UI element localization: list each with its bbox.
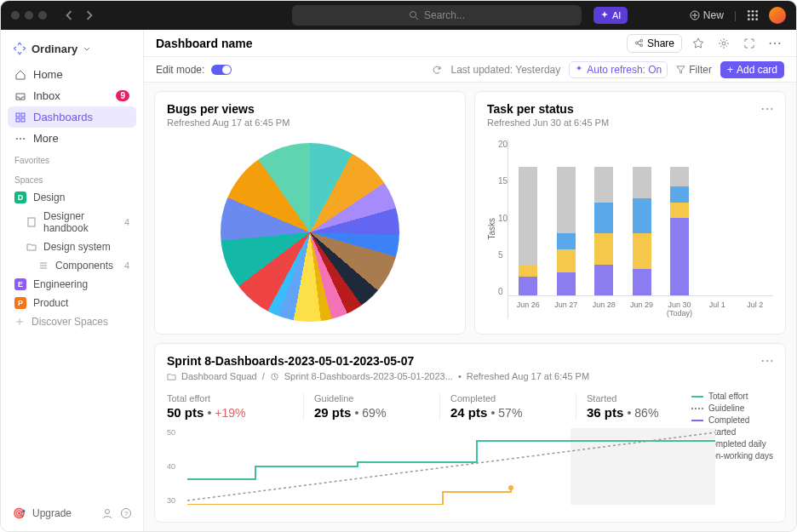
y-axis-label: Tasks <box>487 218 496 240</box>
cards-area: Bugs per views Refreshed Aug 17 at 6:45 … <box>144 83 796 531</box>
stat-value: 50 pts <box>167 405 204 420</box>
page-design-system[interactable]: Design system <box>8 237 136 256</box>
page-components[interactable]: Components 4 <box>8 256 136 275</box>
back-button[interactable] <box>60 7 77 24</box>
bars: Jun 26Jun 27Jun 28Jun 29Jun 30(Today)Jul… <box>507 140 773 318</box>
card-subtitle: Refreshed Aug 17 at 6:45 PM <box>167 117 453 128</box>
stat-total: Total effort 50 pts • +19% <box>167 393 303 420</box>
workspace-switcher[interactable]: Ordinary <box>8 38 136 64</box>
space-product[interactable]: P Product <box>8 294 136 312</box>
stats-row: Total effort 50 pts • +19% Guideline 29 … <box>167 393 773 420</box>
svg-point-2 <box>748 10 750 13</box>
page-count: 4 <box>124 260 129 271</box>
card-task-per-status: ⋯ Task per status Refreshed Jun 30 at 6:… <box>474 91 786 335</box>
card-subtitle: Refreshed Jun 30 at 6:45 PM <box>487 117 773 128</box>
page-title: Dashboard name <box>156 37 253 50</box>
page-designer-handbook[interactable]: Designer handbook 4 <box>8 207 136 237</box>
card-title: Bugs per views <box>167 102 453 116</box>
filter-label: Filter <box>689 64 712 76</box>
card-menu-button[interactable]: ⋯ <box>760 100 775 117</box>
edit-mode-toggle[interactable] <box>211 65 232 75</box>
sparkle-icon <box>600 11 609 20</box>
share-button[interactable]: Share <box>627 34 682 53</box>
settings-button[interactable] <box>714 34 733 53</box>
sidebar-item-home[interactable]: Home <box>8 64 136 85</box>
star-button[interactable] <box>689 34 708 53</box>
card-menu-button[interactable]: ⋯ <box>760 352 775 369</box>
apps-icon[interactable] <box>747 9 759 21</box>
page-count: 4 <box>124 217 129 227</box>
page-label: Design system <box>43 241 111 253</box>
svg-point-10 <box>755 18 758 20</box>
more-button[interactable]: ⋯ <box>765 34 784 53</box>
svg-point-9 <box>752 18 754 20</box>
window-controls <box>11 11 47 20</box>
filter-icon <box>676 65 685 74</box>
non-working-area <box>571 428 715 505</box>
close-dot[interactable] <box>11 11 20 20</box>
started-point <box>508 485 513 490</box>
sidebar-item-dashboards[interactable]: Dashboards <box>8 106 136 128</box>
sidebar-item-inbox[interactable]: Inbox 9 <box>8 85 136 106</box>
help-icon[interactable]: ? <box>120 507 132 519</box>
page-label: Designer handbook <box>43 210 118 234</box>
stat-value: 36 pts <box>587 405 623 420</box>
search-placeholder: Search... <box>424 9 465 21</box>
inbox-icon <box>14 90 26 102</box>
sidebar: Ordinary Home Inbox 9 Dashboards More Fa… <box>1 30 144 531</box>
ai-button[interactable]: AI <box>593 7 628 24</box>
filter-button[interactable]: Filter <box>676 64 712 76</box>
folder-icon <box>26 242 37 252</box>
line-chart: 504030 <box>167 428 773 505</box>
auto-refresh-label: Auto refresh: On <box>587 64 662 76</box>
legend-item: Completed <box>708 415 749 425</box>
svg-point-17 <box>23 138 25 140</box>
brand-name: Ordinary <box>32 43 77 55</box>
legend-item: Guideline <box>708 403 744 413</box>
minimize-dot[interactable] <box>25 11 33 20</box>
auto-refresh-pill[interactable]: Auto refresh: On <box>569 61 668 78</box>
squad-name[interactable]: Dashboard Squad <box>181 371 257 381</box>
more-icon <box>14 133 26 145</box>
user-icon[interactable] <box>101 507 113 519</box>
sidebar-label: More <box>33 132 59 145</box>
list-icon <box>38 260 49 271</box>
space-engineering[interactable]: E Engineering <box>8 275 136 294</box>
sidebar-label: Dashboards <box>33 111 93 123</box>
svg-point-5 <box>748 14 750 17</box>
card-title: Task per status <box>487 102 773 116</box>
share-label: Share <box>647 37 674 49</box>
last-updated: Last updated: Yesterday <box>450 64 560 76</box>
svg-point-0 <box>410 12 416 18</box>
forward-button[interactable] <box>81 7 98 24</box>
avatar[interactable] <box>769 7 786 24</box>
add-card-button[interactable]: + Add card <box>720 61 784 78</box>
stat-value: 24 pts <box>450 405 487 420</box>
svg-rect-11 <box>16 113 20 117</box>
maximize-dot[interactable] <box>38 11 47 20</box>
nav-arrows <box>60 7 98 24</box>
discover-spaces[interactable]: Discover Spaces <box>8 312 136 331</box>
svg-point-25 <box>722 42 725 45</box>
stat-label: Guideline <box>314 393 439 403</box>
sprint-crumb[interactable]: Sprint 8-Dashboards-2023-05-01-2023... <box>284 371 453 381</box>
space-label: Design <box>33 192 65 203</box>
upgrade-icon: 🎯 <box>13 507 26 519</box>
share-icon <box>634 38 644 48</box>
inbox-badge: 9 <box>116 90 129 101</box>
expand-button[interactable] <box>740 34 759 53</box>
upgrade-button[interactable]: Upgrade <box>32 507 72 519</box>
search-input[interactable]: Search... <box>292 5 582 26</box>
svg-point-6 <box>752 14 754 17</box>
space-design[interactable]: D Design <box>8 188 136 207</box>
sprint-refreshed: Refreshed Aug 17 at 6:45 PM <box>467 371 589 381</box>
space-icon: E <box>14 278 26 290</box>
sidebar-label: Home <box>33 68 63 81</box>
card-sprint: ⋯ Sprint 8-Dashboards-2023-05-01-2023-05… <box>154 343 786 523</box>
add-card-label: Add card <box>737 64 777 76</box>
new-button[interactable]: New <box>690 9 724 21</box>
sidebar-item-more[interactable]: More <box>8 128 136 149</box>
refresh-icon[interactable] <box>432 65 442 75</box>
new-label: New <box>703 9 724 21</box>
ai-label: AI <box>612 10 621 20</box>
